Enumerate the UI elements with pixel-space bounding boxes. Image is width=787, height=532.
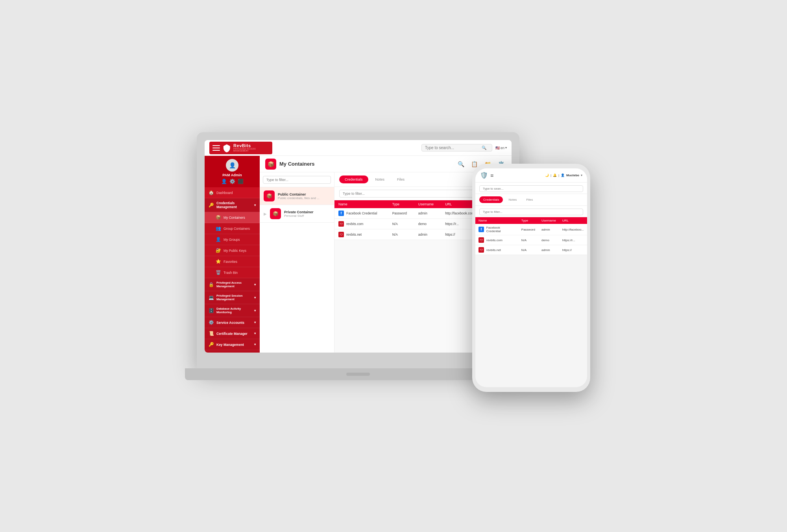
search-bar[interactable]: 🔍 <box>421 144 492 151</box>
mobile-device: 🛡️ ≡ 🌙 | 🔔 | 👤 Muctebo ▾ Credenti <box>472 164 590 392</box>
sidebar-item-dashboard-label: Dashboard <box>216 191 233 195</box>
mobile-fb-icon: f <box>478 227 484 232</box>
divider-1: | <box>551 174 551 177</box>
mobile-table-row[interactable]: 🛡revbits.com N/A demo https://r... <box>475 235 587 245</box>
sidebar-item-my-public-keys[interactable]: 🔐 My Public Keys <box>205 245 260 256</box>
rb-icon: 🛡 <box>338 232 344 237</box>
mobile-cred-name: 🛡revbits.com <box>475 235 518 245</box>
container-item-public[interactable]: 📦 Public Container Public credentials, f… <box>260 187 334 205</box>
sidebar-item-group-containers[interactable]: 👥 Group Containers <box>205 223 260 234</box>
container-info-public: Public Container Public credentials, fil… <box>278 192 330 200</box>
mobile-col-type[interactable]: Type <box>518 217 538 224</box>
priv-access-icon: 🔒 <box>209 282 214 287</box>
mobile-top-bar: 🛡️ ≡ 🌙 | 🔔 | 👤 Muctebo ▾ <box>475 168 587 183</box>
mobile-cred-url: https://r... <box>559 235 587 245</box>
db-icon: 🗄️ <box>209 308 214 313</box>
sidebar-item-privileged-access[interactable]: 🔒 Privileged Access Management ▾ <box>205 278 260 291</box>
mobile-cred-url: https:// <box>559 245 587 255</box>
key-management-label: Key Management <box>216 343 244 347</box>
user-actions: 👤 ⚙️ ⬛ <box>221 179 244 184</box>
sidebar-item-cert-manager[interactable]: 📜 Certificate Manager ▾ <box>205 328 260 339</box>
mobile-chevron-icon[interactable]: ▾ <box>581 174 582 177</box>
cred-username: admin <box>414 229 441 240</box>
tab-credentials[interactable]: Credentials <box>339 175 368 183</box>
sidebar-item-my-containers[interactable]: 📦 My Containers <box>205 212 260 223</box>
top-bar-search-area: 🔍 🇺🇸 en ▾ <box>272 144 507 151</box>
tab-notes[interactable]: Notes <box>370 175 390 183</box>
logo-shield-icon <box>222 143 231 153</box>
private-container-icon: 📦 <box>270 208 281 219</box>
language-selector[interactable]: 🇺🇸 en ▾ <box>495 146 507 150</box>
user-logout-icon[interactable]: ⬛ <box>238 179 244 184</box>
user-profile-icon[interactable]: 👤 <box>221 179 227 184</box>
sidebar-item-privileged-session[interactable]: 💻 Privileged Session Management ▾ <box>205 291 260 304</box>
hamburger-icon[interactable] <box>212 145 220 151</box>
containers-panel: 📦 Public Container Public credentials, f… <box>260 172 334 353</box>
sidebar-item-trash-bin[interactable]: 🗑️ Trash Bin <box>205 267 260 278</box>
user-settings-icon[interactable]: ⚙️ <box>229 179 235 184</box>
sidebar-item-device-mfa[interactable]: 📱 Device MFA ▾ <box>205 350 260 353</box>
mobile-shield-icon: 🛡️ <box>480 172 488 179</box>
mobile-tabs: Credentials Notes Files <box>475 194 587 206</box>
mobile-col-username[interactable]: Username <box>538 217 559 224</box>
chevron-down-icon-4: ▾ <box>254 321 256 324</box>
service-accounts-icon: ⚙️ <box>209 320 214 325</box>
mobile-hamburger-icon[interactable]: ≡ <box>490 172 493 179</box>
containers-filter <box>260 172 334 187</box>
app-main: 👤 PAM Admin 👤 ⚙️ ⬛ 🏠 Dashboard <box>205 156 512 353</box>
mobile-cred-username: admin <box>538 224 559 235</box>
chevron-down-icon-5: ▾ <box>254 332 256 335</box>
cred-name: 🛡revbits.net <box>334 229 388 240</box>
sidebar-item-my-groups[interactable]: 👤 My Groups <box>205 234 260 245</box>
mobile-tab-files[interactable]: Files <box>522 196 537 203</box>
col-header-username[interactable]: Username <box>414 200 441 208</box>
lang-label: en <box>501 146 504 150</box>
chevron-down-icon-3: ▾ <box>254 309 256 312</box>
sidebar-item-credentials-mgmt[interactable]: 🔑 Credentials Management ▾ <box>205 198 260 212</box>
cred-name: fFacebook Credential <box>334 208 388 219</box>
tab-files[interactable]: Files <box>392 175 410 183</box>
cred-type: N/A <box>388 219 414 229</box>
container-item-private[interactable]: ▶ 📦 Private Container Personal Stuff <box>260 205 334 223</box>
search-action-button[interactable]: 🔍 <box>456 159 466 169</box>
mobile-col-name[interactable]: Name <box>475 217 518 224</box>
mobile-col-url[interactable]: URL <box>559 217 587 224</box>
mobile-table-row[interactable]: 🛡revbits.net N/A admin https:// <box>475 245 587 255</box>
sidebar-item-dashboard[interactable]: 🏠 Dashboard <box>205 187 260 198</box>
mobile-filter-input[interactable] <box>479 209 583 215</box>
trash-bin-label: Trash Bin <box>224 271 238 275</box>
sidebar-item-key-management[interactable]: 🔑 Key Management ▾ <box>205 339 260 350</box>
content-title: My Containers <box>279 161 315 167</box>
dark-mode-icon[interactable]: 🌙 <box>545 174 549 177</box>
user-icon-mobile: 👤 <box>561 174 565 177</box>
top-bar: RevBits PRIVILEGED ACCESS MANAGEMENT 🔍 🇺… <box>205 140 512 156</box>
mobile-username: Muctebo <box>566 174 579 177</box>
cert-icon: 📜 <box>209 331 214 336</box>
col-header-type[interactable]: Type <box>388 200 414 208</box>
cred-username: admin <box>414 208 441 219</box>
public-container-icon: 📦 <box>264 190 275 201</box>
mobile-table-row[interactable]: fFacebook Credential Password admin http… <box>475 224 587 235</box>
container-desc-private: Personal Stuff <box>284 214 330 218</box>
mobile-cred-url: http://faceboo... <box>559 224 587 235</box>
col-header-name[interactable]: Name <box>334 200 388 208</box>
favorites-icon: ⭐ <box>216 259 221 264</box>
rb-icon: 🛡 <box>338 221 344 227</box>
containers-filter-input[interactable] <box>263 176 331 184</box>
notification-icon[interactable]: 🔔 <box>553 174 557 177</box>
mobile-content: Credentials Notes Files Name Type Userna… <box>475 194 587 387</box>
privileged-session-label: Privileged Session Management <box>216 294 252 301</box>
credentials-mgmt-label: Credentials Management <box>216 201 252 209</box>
chevron-down-icon-1: ▾ <box>254 283 256 286</box>
mobile-search-input[interactable] <box>479 185 583 192</box>
chevron-up-icon: ▾ <box>254 203 256 207</box>
search-input[interactable] <box>425 146 480 150</box>
container-name-public: Public Container <box>278 192 330 196</box>
sidebar-item-db-monitoring[interactable]: 🗄️ Database Activity Monitoring ▾ <box>205 304 260 317</box>
fb-icon: f <box>338 211 344 216</box>
mobile-tab-notes[interactable]: Notes <box>504 196 521 203</box>
mobile-tab-credentials[interactable]: Credentials <box>479 196 503 203</box>
sidebar-item-favorites[interactable]: ⭐ Favorites <box>205 256 260 267</box>
cert-manager-label: Certificate Manager <box>216 332 248 336</box>
sidebar-item-service-accounts[interactable]: ⚙️ Service Accounts ▾ <box>205 317 260 328</box>
